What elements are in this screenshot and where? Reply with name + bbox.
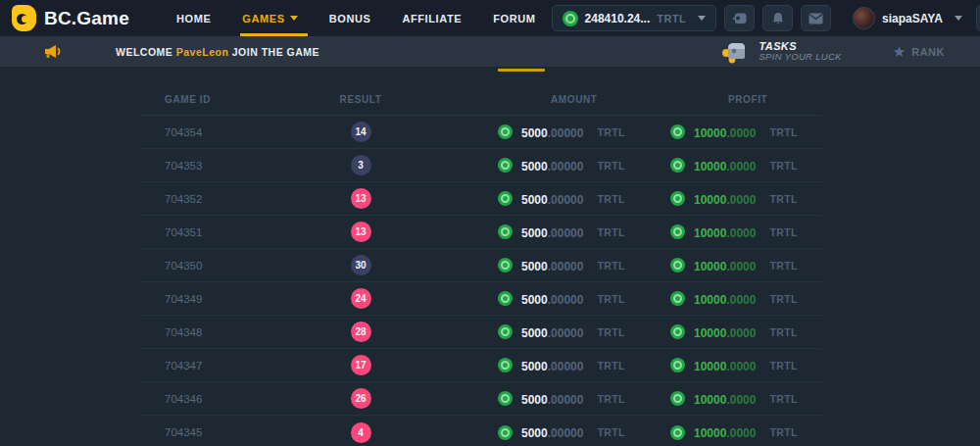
balance-selector[interactable]: 248410.24... TRTL bbox=[552, 5, 716, 31]
game-id-cell: 704347 bbox=[139, 360, 306, 372]
bcgame-logo-icon bbox=[12, 5, 36, 31]
nav-item-bonus[interactable]: BONUS bbox=[314, 0, 387, 36]
profit-cell: 10000.0000 TRTL bbox=[621, 390, 821, 408]
amount-cell: 5000.00000 TRTL bbox=[416, 223, 621, 241]
table-row[interactable]: 704353 3 5000.00000 TRTL 10000.0000 TRTL bbox=[139, 149, 821, 182]
trtl-coin-icon bbox=[670, 224, 685, 239]
profit-cell: 10000.0000 TRTL bbox=[621, 223, 821, 241]
game-id-cell: 704351 bbox=[139, 226, 306, 238]
currency-label: TRTL bbox=[769, 126, 797, 138]
announcement-banner: WELCOME PaveLeon JOIN THE GAME TASKS SPI… bbox=[0, 36, 980, 67]
profit-cell: 10000.0000 TRTL bbox=[621, 124, 821, 141]
nav-item-forum[interactable]: FORUM bbox=[477, 0, 551, 36]
game-id-cell: 704349 bbox=[139, 293, 306, 305]
trtl-coin-icon bbox=[498, 191, 513, 206]
main-content: GAME ID RESULT AMOUNT PROFIT 704354 14 5… bbox=[0, 67, 980, 446]
game-id-cell: 704353 bbox=[139, 160, 306, 172]
balance-amount: 248410.24... bbox=[585, 12, 651, 25]
amount-cell: 5000.00000 TRTL bbox=[416, 290, 621, 308]
star-icon: ★ bbox=[893, 44, 906, 59]
trtl-coin-icon bbox=[670, 324, 685, 339]
amount-cell: 5000.00000 TRTL bbox=[416, 190, 621, 208]
currency-label: TRTL bbox=[769, 260, 797, 272]
amount-cell: 5000.00000 TRTL bbox=[416, 323, 621, 341]
chat-button[interactable]: 23 bbox=[976, 5, 980, 31]
result-badge: 14 bbox=[351, 122, 371, 142]
table-row[interactable]: 704347 17 5000.00000 TRTL 10000.0000 TRT… bbox=[139, 349, 821, 382]
rank-label: RANK bbox=[911, 46, 945, 58]
trtl-coin-icon bbox=[498, 358, 513, 372]
vault-button[interactable] bbox=[724, 5, 755, 31]
brand-name: BC.Game bbox=[44, 8, 129, 29]
chevron-down-icon bbox=[955, 16, 962, 21]
trtl-coin-icon bbox=[670, 258, 685, 273]
treasure-chest-icon bbox=[720, 40, 750, 64]
amount-cell: 5000.00000 TRTL bbox=[416, 357, 621, 374]
messages-button[interactable] bbox=[801, 5, 831, 31]
result-badge: 26 bbox=[351, 388, 371, 409]
result-badge: 28 bbox=[351, 322, 371, 342]
profit-cell: 10000.0000 TRTL bbox=[621, 423, 821, 441]
column-header-profit: PROFIT bbox=[621, 94, 821, 105]
amount-cell: 5000.00000 TRTL bbox=[416, 124, 621, 141]
game-id-cell: 704345 bbox=[139, 426, 306, 438]
profit-cell: 10000.0000 TRTL bbox=[621, 257, 821, 274]
trtl-coin-icon bbox=[563, 11, 578, 26]
user-name: siapaSAYA bbox=[882, 12, 943, 25]
vault-icon bbox=[732, 12, 748, 25]
table-row[interactable]: 704345 4 5000.00000 TRTL 10000.0000 TRTL bbox=[139, 416, 821, 446]
table-row[interactable]: 704352 13 5000.00000 TRTL 10000.0000 TRT… bbox=[139, 182, 821, 216]
rank-widget[interactable]: ★ RANK bbox=[893, 44, 945, 59]
bell-icon bbox=[771, 12, 785, 25]
trtl-coin-icon bbox=[670, 158, 685, 173]
table-row[interactable]: 704350 30 5000.00000 TRTL 10000.0000 TRT… bbox=[139, 249, 821, 282]
megaphone-icon bbox=[43, 43, 65, 60]
table-row[interactable]: 704348 28 5000.00000 TRTL 10000.0000 TRT… bbox=[139, 316, 821, 349]
amount-cell: 5000.00000 TRTL bbox=[416, 157, 621, 174]
trtl-coin-icon bbox=[498, 124, 513, 139]
welcome-message: WELCOME PaveLeon JOIN THE GAME bbox=[116, 46, 319, 58]
profit-cell: 10000.0000 TRTL bbox=[621, 190, 821, 208]
tasks-widget[interactable]: TASKS SPIN YOUR LUCK bbox=[720, 40, 841, 64]
currency-label: TRTL bbox=[769, 193, 797, 205]
result-badge: 30 bbox=[351, 255, 371, 275]
notifications-button[interactable] bbox=[762, 5, 793, 31]
table-row[interactable]: 704351 13 5000.00000 TRTL 10000.0000 TRT… bbox=[139, 216, 821, 249]
main-nav: HOME GAMES BONUS AFFILIATE FORUM bbox=[161, 0, 552, 36]
result-badge: 17 bbox=[351, 355, 371, 375]
game-id-cell: 704350 bbox=[139, 260, 306, 272]
profit-cell: 10000.0000 TRTL bbox=[621, 290, 821, 308]
result-badge: 3 bbox=[351, 155, 371, 175]
trtl-coin-icon bbox=[498, 291, 513, 306]
nav-item-games[interactable]: GAMES bbox=[226, 0, 313, 36]
trtl-coin-icon bbox=[498, 391, 513, 406]
brand-logo[interactable]: BC.Game bbox=[12, 5, 129, 31]
active-tab-indicator bbox=[498, 69, 545, 72]
nav-item-home[interactable]: HOME bbox=[161, 0, 226, 36]
table-row[interactable]: 704349 24 5000.00000 TRTL 10000.0000 TRT… bbox=[139, 282, 821, 316]
table-row[interactable]: 704346 26 5000.00000 TRTL 10000.0000 TRT… bbox=[139, 382, 821, 416]
mail-icon bbox=[808, 13, 823, 25]
column-header-amount: AMOUNT bbox=[416, 94, 621, 105]
top-header: BC.Game HOME GAMES BONUS AFFILIATE FORUM… bbox=[0, 0, 980, 36]
currency-label: TRTL bbox=[769, 226, 797, 238]
game-id-cell: 704348 bbox=[139, 326, 306, 338]
column-header-result: RESULT bbox=[306, 94, 416, 105]
column-header-game-id: GAME ID bbox=[139, 94, 306, 105]
game-id-cell: 704346 bbox=[139, 393, 306, 405]
game-results-table: GAME ID RESULT AMOUNT PROFIT 704354 14 5… bbox=[139, 83, 821, 446]
trtl-coin-icon bbox=[498, 425, 513, 440]
currency-label: TRTL bbox=[769, 360, 797, 372]
table-header-row: GAME ID RESULT AMOUNT PROFIT bbox=[139, 83, 821, 116]
profit-cell: 10000.0000 TRTL bbox=[621, 157, 821, 174]
chevron-down-icon bbox=[290, 16, 298, 21]
nav-item-affiliate[interactable]: AFFILIATE bbox=[386, 0, 477, 36]
chevron-down-icon bbox=[698, 16, 706, 21]
trtl-coin-icon bbox=[670, 191, 685, 206]
game-id-cell: 704352 bbox=[139, 193, 306, 205]
table-body: 704354 14 5000.00000 TRTL 10000.0000 TRT… bbox=[139, 116, 821, 446]
table-row[interactable]: 704354 14 5000.00000 TRTL 10000.0000 TRT… bbox=[139, 116, 821, 149]
game-id-cell: 704354 bbox=[139, 126, 306, 138]
amount-cell: 5000.00000 TRTL bbox=[416, 390, 621, 408]
user-menu[interactable]: siapaSAYA bbox=[853, 7, 962, 29]
